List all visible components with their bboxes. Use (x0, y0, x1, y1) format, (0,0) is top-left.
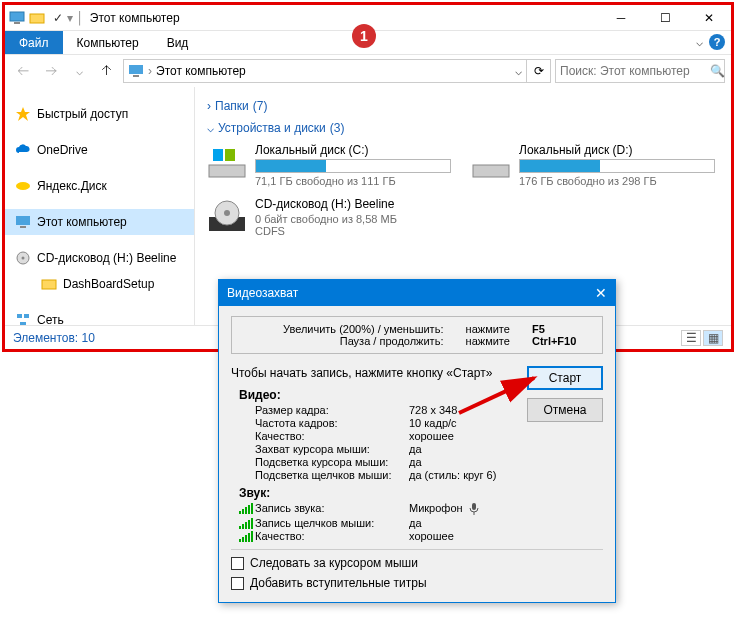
mic-icon (467, 502, 481, 516)
folder-icon (29, 10, 45, 26)
window-title: Этот компьютер (84, 11, 599, 25)
tab-file[interactable]: Файл (5, 31, 63, 54)
pc-icon (15, 214, 31, 230)
cloud-icon (15, 142, 31, 158)
add-intro-checkbox[interactable]: Добавить вступительные титры (231, 576, 603, 590)
video-section-label: Видео: (239, 388, 519, 402)
folder-icon (41, 276, 57, 292)
drive-c[interactable]: Локальный диск (C:) 71,1 ГБ свободно из … (207, 143, 451, 187)
forward-button[interactable]: 🡢 (39, 59, 63, 83)
drive-bar (519, 159, 715, 173)
svg-rect-3 (129, 65, 143, 74)
tab-view[interactable]: Вид (153, 31, 203, 54)
svg-point-6 (16, 182, 30, 190)
address-bar: 🡠 🡢 ⌵ 🡡 › Этот компьютер ⌵ ⟳ 🔍 (5, 55, 731, 87)
yadisk-icon (15, 178, 31, 194)
address-text: Этот компьютер (156, 64, 246, 78)
group-devices[interactable]: ⌵Устройства и диски (3) (207, 121, 719, 135)
search-icon: 🔍 (710, 64, 725, 78)
svg-point-10 (22, 257, 25, 260)
search-box[interactable]: 🔍 (555, 59, 725, 83)
sidebar-onedrive[interactable]: OneDrive (5, 137, 194, 163)
group-folders[interactable]: ›Папки (7) (207, 99, 719, 113)
pc-icon (9, 10, 25, 26)
svg-rect-15 (209, 165, 245, 177)
help-button[interactable]: ? (709, 34, 725, 50)
close-button[interactable]: ✕ (687, 5, 731, 31)
refresh-button[interactable]: ⟳ (527, 59, 551, 83)
svg-marker-5 (16, 107, 30, 121)
sidebar-this-pc[interactable]: Этот компьютер (5, 209, 194, 235)
qat-check: ✓ (53, 11, 63, 25)
video-capture-dialog: Видеозахват ✕ Увеличить (200%) / уменьши… (218, 279, 616, 603)
pc-icon (128, 63, 144, 79)
svg-point-21 (224, 210, 230, 216)
instruction-text: Чтобы начать запись, нажмите кнопку «Ста… (231, 366, 519, 380)
sidebar-cd-drive[interactable]: CD-дисковод (H:) Beeline (5, 245, 194, 271)
status-text: Элементов: 10 (13, 331, 95, 345)
svg-rect-4 (133, 75, 139, 77)
drive-icon (207, 143, 247, 183)
dialog-close-button[interactable]: ✕ (595, 285, 607, 301)
level-meter-icon (231, 517, 255, 529)
follow-cursor-checkbox[interactable]: Следовать за курсором мыши (231, 556, 603, 570)
hint-box: Увеличить (200%) / уменьшить: нажмите F5… (231, 316, 603, 354)
level-meter-icon (231, 502, 255, 514)
cd-drive-icon (207, 197, 247, 237)
sidebar-yandex-disk[interactable]: Яндекс.Диск (5, 173, 194, 199)
drive-bar (255, 159, 451, 173)
tab-computer[interactable]: Компьютер (63, 31, 153, 54)
level-meter-icon (231, 530, 255, 542)
back-button[interactable]: 🡠 (11, 59, 35, 83)
cancel-button[interactable]: Отмена (527, 398, 603, 422)
annotation-1: 1 (352, 24, 376, 48)
cd-icon (15, 250, 31, 266)
dialog-title: Видеозахват (227, 286, 298, 300)
view-large[interactable]: ▦ (703, 330, 723, 346)
audio-section-label: Звук: (239, 486, 519, 500)
start-button[interactable]: Старт (527, 366, 603, 390)
recent-dropdown[interactable]: ⌵ (67, 59, 91, 83)
sidebar-quick-access[interactable]: Быстрый доступ (5, 101, 194, 127)
minimize-button[interactable]: ─ (599, 5, 643, 31)
drive-d[interactable]: Локальный диск (D:) 176 ГБ свободно из 2… (471, 143, 715, 187)
svg-rect-7 (16, 216, 30, 225)
svg-rect-8 (20, 226, 26, 228)
address-field[interactable]: › Этот компьютер ⌵ (123, 59, 527, 83)
address-dropdown[interactable]: ⌵ (515, 64, 522, 78)
checkbox-icon (231, 557, 244, 570)
svg-rect-18 (473, 165, 509, 177)
checkbox-icon (231, 577, 244, 590)
dialog-titlebar: Видеозахват ✕ (219, 280, 615, 306)
search-input[interactable] (560, 64, 710, 78)
svg-rect-1 (14, 22, 20, 24)
cd-drive[interactable]: CD-дисковод (H:) Beeline 0 байт свободно… (207, 197, 451, 237)
star-icon (15, 106, 31, 122)
maximize-button[interactable]: ☐ (643, 5, 687, 31)
up-button[interactable]: 🡡 (95, 59, 119, 83)
sidebar: Быстрый доступ OneDrive Яндекс.Диск Этот… (5, 87, 195, 325)
svg-rect-0 (10, 12, 24, 21)
view-details[interactable]: ☰ (681, 330, 701, 346)
svg-rect-13 (24, 314, 29, 318)
svg-rect-16 (213, 149, 223, 161)
svg-rect-12 (17, 314, 22, 318)
ribbon-expand[interactable]: ⌵ (696, 35, 703, 49)
svg-rect-22 (472, 503, 476, 510)
svg-rect-17 (225, 149, 235, 161)
svg-rect-2 (30, 14, 44, 23)
drive-icon (471, 143, 511, 183)
sidebar-dashboard-setup[interactable]: DashBoardSetup (5, 271, 194, 297)
svg-rect-11 (42, 280, 56, 289)
